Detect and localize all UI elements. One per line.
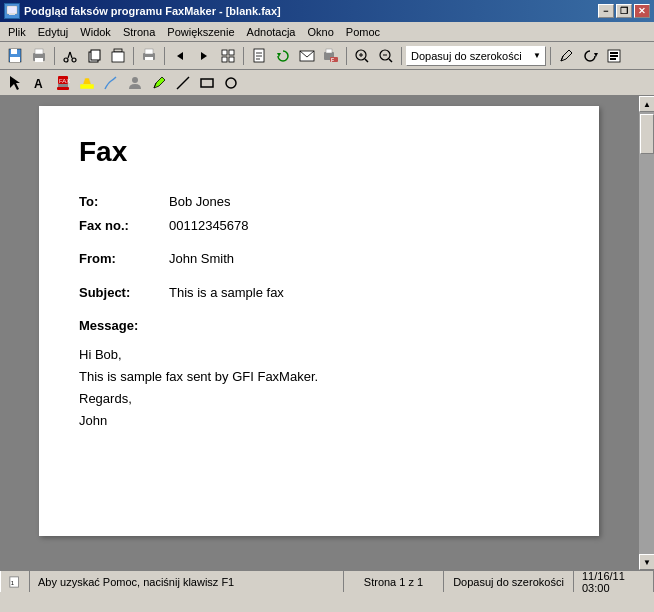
svg-rect-53 bbox=[57, 87, 69, 90]
close-button[interactable]: ✕ bbox=[634, 4, 650, 18]
zoom-dropdown[interactable]: Dopasuj do szerokości ▼ bbox=[406, 46, 546, 66]
help-text: Aby uzyskać Pomoc, naciśnij klawisz F1 bbox=[38, 576, 234, 588]
toolbar-separator-4 bbox=[243, 47, 244, 65]
svg-rect-14 bbox=[91, 50, 100, 60]
svg-line-41 bbox=[389, 59, 392, 62]
page-grid-button[interactable] bbox=[217, 45, 239, 67]
toolbar-separator-7 bbox=[550, 47, 551, 65]
svg-rect-18 bbox=[145, 49, 153, 54]
fax-message-row: Message: bbox=[79, 316, 559, 336]
minimize-button[interactable]: − bbox=[598, 4, 614, 18]
fax-message-line2: This is sample fax sent by GFI FaxMaker. bbox=[79, 366, 559, 388]
toolbar-separator-1 bbox=[54, 47, 55, 65]
back-button[interactable] bbox=[169, 45, 191, 67]
fax-send-button[interactable]: F bbox=[320, 45, 342, 67]
svg-point-10 bbox=[72, 58, 76, 62]
toolbar-separator-5 bbox=[346, 47, 347, 65]
circle-tool[interactable] bbox=[220, 72, 242, 94]
menu-pomoc[interactable]: Pomoc bbox=[340, 24, 386, 40]
status-page: Strona 1 z 1 bbox=[344, 571, 444, 592]
paste-button[interactable] bbox=[107, 45, 129, 67]
rotate-button[interactable] bbox=[579, 45, 601, 67]
zoom-page-button[interactable] bbox=[248, 45, 270, 67]
svg-text:FAX: FAX bbox=[59, 78, 70, 84]
status-time: 11/16/11 03:00 bbox=[574, 571, 654, 592]
zoom-in-button[interactable] bbox=[351, 45, 373, 67]
pencil-tool[interactable] bbox=[148, 72, 170, 94]
svg-point-9 bbox=[64, 58, 68, 62]
annotation-toolbar: A FAX bbox=[0, 70, 654, 96]
zoom-dropdown-arrow: ▼ bbox=[533, 51, 541, 60]
user-tool[interactable] bbox=[124, 72, 146, 94]
main-area: Fax To: Bob Jones Fax no.: 00112345678 F… bbox=[0, 96, 654, 570]
menu-plik[interactable]: Plik bbox=[2, 24, 32, 40]
svg-rect-19 bbox=[145, 57, 153, 60]
svg-text:A: A bbox=[34, 77, 43, 91]
forward-button[interactable] bbox=[193, 45, 215, 67]
menu-widok[interactable]: Widok bbox=[74, 24, 117, 40]
scroll-thumb[interactable] bbox=[640, 114, 654, 154]
menu-strona[interactable]: Strona bbox=[117, 24, 161, 40]
app-icon bbox=[4, 3, 20, 19]
svg-text:F: F bbox=[331, 57, 334, 63]
svg-rect-46 bbox=[610, 52, 618, 54]
menu-okno[interactable]: Okno bbox=[302, 24, 340, 40]
fax-faxno-value: 00112345678 bbox=[169, 216, 249, 236]
svg-rect-7 bbox=[35, 49, 43, 54]
menu-powiekszenie[interactable]: Powiększenie bbox=[161, 24, 240, 40]
fax-subject-value: This is a sample fax bbox=[169, 283, 284, 303]
fax-message-line4: John bbox=[79, 410, 559, 432]
menu-adnotacja[interactable]: Adnotacja bbox=[241, 24, 302, 40]
svg-marker-49 bbox=[10, 76, 20, 90]
annotate-button[interactable] bbox=[555, 45, 577, 67]
svg-rect-47 bbox=[610, 55, 618, 57]
status-zoom: Dopasuj do szerokości bbox=[444, 571, 574, 592]
save-button[interactable] bbox=[4, 45, 26, 67]
svg-rect-54 bbox=[58, 84, 68, 87]
pen-tool[interactable] bbox=[100, 72, 122, 94]
menu-edytuj[interactable]: Edytuj bbox=[32, 24, 75, 40]
svg-rect-1 bbox=[8, 7, 16, 13]
menu-bar: Plik Edytuj Widok Strona Powiększenie Ad… bbox=[0, 22, 654, 42]
svg-rect-25 bbox=[229, 57, 234, 62]
page-icon-panel: 1 bbox=[0, 571, 30, 592]
svg-marker-20 bbox=[177, 52, 183, 60]
svg-rect-59 bbox=[201, 79, 213, 87]
text-tool[interactable]: A bbox=[28, 72, 50, 94]
vertical-scrollbar[interactable]: ▲ ▼ bbox=[638, 96, 654, 570]
fax-to-label: To: bbox=[79, 192, 169, 212]
title-bar-left: Podgląd faksów programu FaxMaker - [blan… bbox=[4, 3, 281, 19]
time-text: 11/16/11 03:00 bbox=[582, 570, 645, 594]
refresh-button[interactable] bbox=[272, 45, 294, 67]
fax-message-line3: Regards, bbox=[79, 388, 559, 410]
scroll-down-button[interactable]: ▼ bbox=[639, 554, 654, 570]
title-bar: Podgląd faksów programu FaxMaker - [blan… bbox=[0, 0, 654, 22]
toolbar-separator-6 bbox=[401, 47, 402, 65]
svg-rect-15 bbox=[114, 49, 122, 52]
print2-button[interactable] bbox=[138, 45, 160, 67]
settings-button[interactable] bbox=[603, 45, 625, 67]
copy-button[interactable] bbox=[83, 45, 105, 67]
highlight-tool[interactable] bbox=[76, 72, 98, 94]
cut-button[interactable] bbox=[59, 45, 81, 67]
svg-marker-21 bbox=[201, 52, 207, 60]
fax-message-content: Hi Bob, This is sample fax sent by GFI F… bbox=[79, 344, 559, 432]
status-help: Aby uzyskać Pomoc, naciśnij klawisz F1 bbox=[30, 571, 344, 592]
toolbar-separator-3 bbox=[164, 47, 165, 65]
scroll-up-button[interactable]: ▲ bbox=[639, 96, 654, 112]
restore-button[interactable]: ❐ bbox=[616, 4, 632, 18]
zoom-dropdown-label: Dopasuj do szerokości bbox=[411, 50, 522, 62]
fax-faxno-row: Fax no.: 00112345678 bbox=[79, 216, 559, 236]
print-button[interactable] bbox=[28, 45, 50, 67]
line-tool[interactable] bbox=[172, 72, 194, 94]
svg-rect-8 bbox=[35, 58, 43, 62]
select-tool[interactable] bbox=[4, 72, 26, 94]
toolbar-separator-2 bbox=[133, 47, 134, 65]
window-controls: − ❐ ✕ bbox=[598, 4, 650, 18]
zoom-out-button[interactable] bbox=[375, 45, 397, 67]
rect-tool[interactable] bbox=[196, 72, 218, 94]
email-button[interactable] bbox=[296, 45, 318, 67]
stamp-tool[interactable]: FAX bbox=[52, 72, 74, 94]
fax-subject-row: Subject: This is a sample fax bbox=[79, 283, 559, 303]
scroll-track[interactable] bbox=[639, 112, 654, 554]
